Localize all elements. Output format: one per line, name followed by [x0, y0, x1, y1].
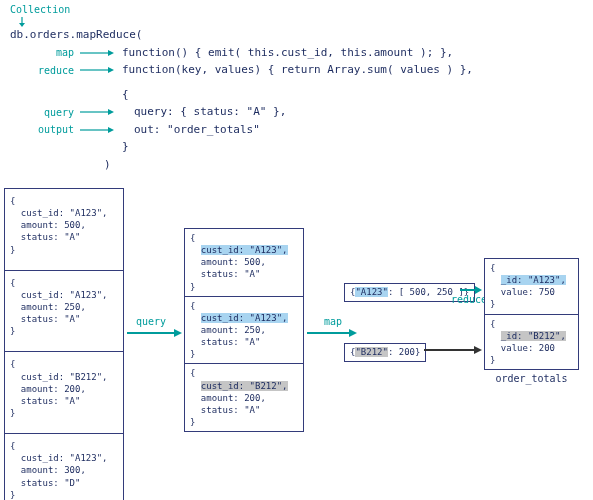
orders-column: { cust_id: "A123", amount: 500, status: …: [4, 188, 124, 500]
arrow-right-icon: [127, 328, 182, 338]
output-label: output: [10, 122, 80, 137]
map-flow-label: map: [324, 316, 342, 327]
orders-doc: { cust_id: "A123", amount: 300, status: …: [4, 433, 124, 500]
svg-marker-11: [174, 329, 182, 337]
arrow-right-icon: [307, 328, 357, 338]
arrow-right-icon: [80, 126, 114, 134]
output-code: out: "order_totals": [122, 122, 260, 139]
options-open: {: [122, 87, 129, 104]
svg-marker-5: [108, 67, 114, 73]
orders-doc: { cust_id: "B212", amount: 200, status: …: [4, 351, 124, 434]
orders-doc: { cust_id: "A123", amount: 500, status: …: [4, 188, 124, 271]
output-doc: { _id: "B212", value: 200 }: [484, 314, 579, 371]
query-label: query: [10, 105, 80, 120]
svg-marker-3: [108, 50, 114, 56]
queried-doc: { cust_id: "B212", amount: 200, status: …: [184, 363, 304, 432]
query-code: query: { status: "A" },: [122, 104, 286, 121]
svg-marker-15: [475, 286, 482, 294]
queried-column: { cust_id: "A123", amount: 500, status: …: [184, 228, 304, 431]
svg-marker-9: [108, 127, 114, 133]
mapreduce-diagram: { cust_id: "A123", amount: 500, status: …: [4, 188, 589, 493]
orders-doc: { cust_id: "A123", amount: 250, status: …: [4, 270, 124, 353]
arrow-right-icon: [80, 66, 114, 74]
arrow-right-icon: [460, 285, 482, 295]
collection-arrow-icon: [18, 17, 32, 27]
query-flow-label: query: [136, 316, 166, 327]
output-caption: order_totals: [484, 373, 579, 384]
queried-doc: { cust_id: "A123", amount: 500, status: …: [184, 228, 304, 297]
map-output-b: {"B212": 200}: [344, 343, 426, 362]
arrow-right-icon: [80, 108, 114, 116]
svg-marker-17: [474, 346, 482, 354]
output-column: { _id: "A123", value: 750 } { _id: "B212…: [484, 258, 579, 384]
reduce-label: reduce: [10, 63, 80, 78]
output-doc: { _id: "A123", value: 750 }: [484, 258, 579, 315]
svg-marker-13: [349, 329, 357, 337]
code-header: Collection db.orders.mapReduce( map func…: [10, 2, 570, 174]
options-close: }: [122, 139, 129, 156]
close-paren: ): [104, 157, 111, 174]
arrow-right-icon: [424, 345, 482, 355]
arrow-right-icon: [80, 49, 114, 57]
queried-doc: { cust_id: "A123", amount: 250, status: …: [184, 296, 304, 365]
svg-marker-7: [108, 109, 114, 115]
map-label: map: [10, 45, 80, 60]
map-code: function() { emit( this.cust_id, this.am…: [122, 45, 453, 62]
collection-label: Collection: [10, 2, 570, 17]
reduce-flow-label: reduce: [451, 294, 487, 305]
main-call: db.orders.mapReduce(: [10, 27, 570, 44]
reduce-code: function(key, values) { return Array.sum…: [122, 62, 473, 79]
